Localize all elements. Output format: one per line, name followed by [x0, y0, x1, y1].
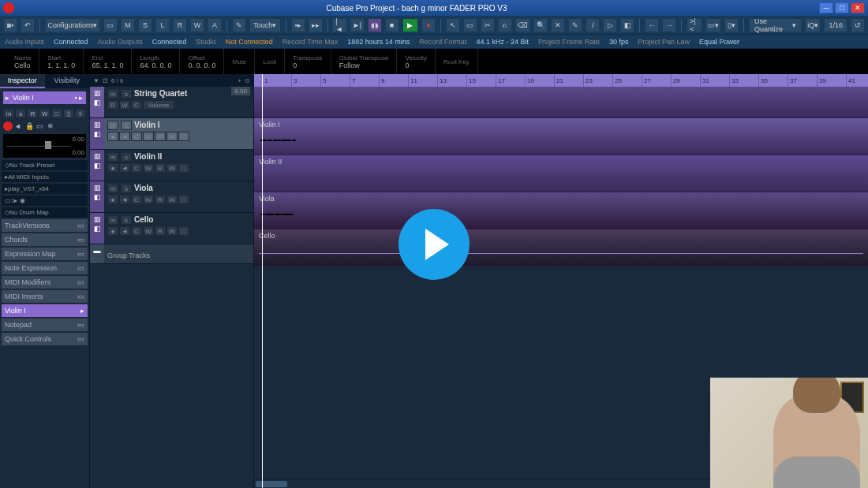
maximize-button[interactable]: □ — [835, 2, 849, 13]
lane-button[interactable]: ▭ — [36, 122, 46, 130]
track-row[interactable]: ▥◧ ms Violin I ●◄CWRW□ — [90, 118, 253, 150]
add-track-button[interactable]: + — [238, 77, 241, 84]
ruler[interactable]: 1357911131517192123252729313335373941 — [254, 74, 868, 87]
track-button[interactable]: W — [143, 226, 154, 236]
stop-button[interactable]: ■ — [385, 18, 399, 32]
video-play-overlay[interactable] — [398, 209, 470, 280]
track-button[interactable]: □ — [178, 132, 189, 141]
draw-tool[interactable]: ✎ — [568, 18, 582, 32]
write-button[interactable]: W — [166, 195, 178, 204]
minimize-button[interactable]: ─ — [819, 2, 833, 13]
track-row[interactable]: ▥◧ ms Violin II ●◄CWRW□ — [90, 150, 253, 181]
scrollbar-thumb[interactable] — [256, 481, 287, 487]
track-button[interactable]: C — [131, 163, 142, 173]
monitor-button[interactable]: ◄ — [119, 195, 130, 204]
section-chords[interactable]: Chords▭ — [2, 233, 88, 246]
record-button[interactable]: ● — [107, 195, 118, 204]
monitor-button[interactable]: ◄ — [119, 132, 130, 141]
cycle-button[interactable]: ◖◗ — [368, 18, 382, 32]
monitor-button[interactable]: ◄ — [119, 226, 130, 236]
track-button[interactable]: W — [143, 195, 154, 204]
section-trackversions[interactable]: TrackVersions▭ — [2, 219, 88, 232]
track-button[interactable]: □ — [178, 195, 189, 204]
solo-button[interactable]: s — [121, 89, 132, 99]
solo-button[interactable]: s — [15, 109, 26, 118]
arrow-tool[interactable]: ↖ — [446, 18, 460, 32]
midi-clip[interactable] — [260, 207, 294, 222]
zoom-tool[interactable]: 🔍 — [533, 18, 548, 32]
section-channel[interactable]: Violin I▸ — [2, 304, 88, 317]
lane[interactable]: Viola — [254, 192, 868, 229]
tab-inspector[interactable]: Inspector — [0, 74, 45, 88]
read-button[interactable]: R — [155, 163, 166, 173]
play-tool[interactable]: ▷ — [603, 18, 617, 32]
write-button[interactable]: W — [119, 100, 130, 110]
state-s-button[interactable]: S — [138, 18, 152, 32]
iq-button[interactable]: iQ▾ — [805, 18, 821, 32]
lane[interactable]: Violin I — [254, 118, 868, 155]
erase-tool[interactable]: ⌫ — [515, 18, 531, 32]
write-button[interactable]: W — [39, 109, 50, 118]
record-button[interactable]: ● — [421, 18, 436, 32]
track-row[interactable]: ▥◧ ms String Quartet RWCVolume 0.00 — [90, 87, 253, 118]
track-row[interactable]: ▥◧ ms Viola ●◄CWRW□ — [90, 181, 253, 213]
read-button[interactable]: R — [27, 109, 38, 118]
insp-btn[interactable]: □ — [51, 109, 62, 118]
mute-button[interactable]: m — [107, 121, 118, 130]
mute-button[interactable]: m — [107, 152, 118, 162]
state-a-button[interactable]: A — [208, 18, 222, 32]
state-l-button[interactable]: L — [155, 18, 170, 32]
section-quick-controls[interactable]: Quick Controls▭ — [2, 333, 88, 345]
lock-button[interactable]: 🔒 — [25, 122, 35, 130]
record-button[interactable]: ● — [107, 132, 118, 141]
toggle-button[interactable]: ◙▪ — [3, 18, 17, 32]
history-button[interactable]: ↶ — [21, 18, 35, 32]
snap-button[interactable]: >|< — [687, 18, 702, 32]
midi-clip[interactable] — [260, 132, 297, 148]
nudge2-button[interactable]: → — [662, 18, 676, 32]
next-button[interactable]: ►| — [350, 18, 365, 32]
track-button[interactable]: C — [131, 132, 142, 141]
configurations-dropdown[interactable]: Configurations ▾ — [45, 18, 100, 32]
record-button[interactable]: ● — [107, 226, 118, 236]
control2-button[interactable]: ▸▸ — [309, 18, 323, 32]
group-tracks-row[interactable]: ▬ Group Tracks — [90, 244, 253, 264]
mute-tool[interactable]: ✕ — [551, 18, 565, 32]
read-button[interactable]: R — [155, 195, 166, 204]
midi-in-dropdown[interactable]: ▸ All MIDI Inputs — [2, 172, 88, 182]
read-button[interactable]: R — [107, 100, 118, 110]
read-button[interactable]: R — [155, 132, 166, 141]
playhead[interactable] — [262, 74, 263, 488]
lane[interactable]: Cello — [254, 229, 868, 266]
write-button[interactable]: W — [166, 132, 178, 141]
freeze-button[interactable]: ❄ — [47, 122, 57, 130]
section-midi-modifiers[interactable]: MIDI Modifiers▭ — [2, 276, 88, 289]
quantize-panel-button[interactable]: ↺ — [851, 18, 865, 32]
state-r-button[interactable]: R — [173, 18, 187, 32]
automation-button[interactable]: ✎ — [232, 18, 246, 32]
snap-type-button[interactable]: ▭▾ — [705, 18, 721, 32]
record-button[interactable]: ● — [107, 163, 118, 173]
vst-dropdown[interactable]: ▸ play_VST_x64 — [2, 184, 88, 194]
insp-btn[interactable]: ▯ — [63, 109, 74, 118]
track-button[interactable]: C — [131, 226, 142, 236]
track-button[interactable]: □ — [178, 226, 189, 236]
automation-line[interactable] — [259, 253, 863, 254]
track-button[interactable]: W — [143, 132, 154, 141]
mute-button[interactable]: m — [3, 109, 14, 118]
line-tool[interactable]: / — [586, 18, 600, 32]
section-midi-inserts[interactable]: MIDI Inserts▭ — [2, 290, 88, 303]
section-note-expression[interactable]: Note Expression▭ — [2, 262, 88, 274]
solo-button[interactable]: s — [121, 152, 132, 162]
section-notepad[interactable]: Notepad▭ — [2, 319, 88, 331]
track-row[interactable]: ▥◧ ms Cello ●◄CWRW□ — [90, 213, 253, 244]
track-options-button[interactable]: ⊙ — [245, 77, 250, 84]
track-button[interactable]: □ — [178, 163, 189, 173]
play-button[interactable]: ▶ — [402, 18, 418, 32]
monitor-button[interactable]: ◄ — [119, 163, 130, 173]
lane-header[interactable] — [254, 87, 868, 118]
volume-fader[interactable]: 0.00 0.00 — [3, 134, 86, 158]
solo-button[interactable]: s — [121, 184, 132, 193]
color-tool[interactable]: ◧ — [620, 18, 634, 32]
track-button[interactable]: C — [131, 100, 142, 110]
